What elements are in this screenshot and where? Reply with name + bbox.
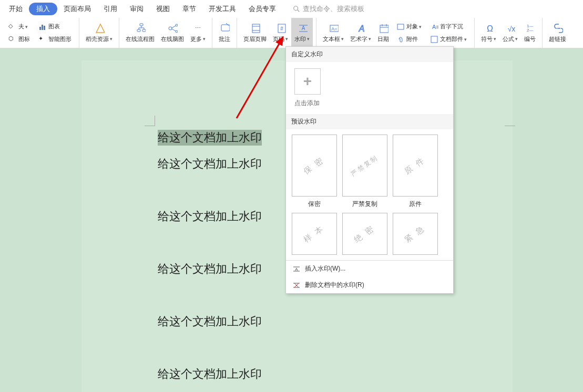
ribbon-docer[interactable]: 稻壳资源▾: [83, 18, 116, 48]
svg-point-12: [169, 27, 172, 30]
ribbon-textbox[interactable]: A=文本框▾: [320, 18, 347, 48]
svg-rect-5: [140, 24, 143, 26]
tab-vip[interactable]: 会员专享: [242, 2, 282, 16]
ribbon-icon-gallery[interactable]: ⬡图标: [6, 34, 32, 45]
svg-rect-4: [44, 26, 45, 30]
ribbon-wordart[interactable]: A艺术字▾: [347, 18, 374, 48]
delete-watermark-menuitem[interactable]: 删除文档中的水印(R): [286, 277, 453, 293]
symbol-icon: Ω: [484, 23, 494, 34]
ribbon-hyperlink[interactable]: 超链接: [546, 18, 569, 48]
tab-start[interactable]: 开始: [3, 2, 29, 16]
margin-mark-top-right: [505, 116, 515, 126]
search-placeholder: 查找命令、搜索模板: [303, 4, 364, 14]
tab-insert[interactable]: 插入: [29, 3, 57, 15]
object-icon: [396, 23, 405, 31]
watermark-small-icon: A: [292, 265, 301, 273]
ribbon-online-mindmap[interactable]: 在线脑图: [158, 18, 187, 48]
preset-watermark-yuanjian[interactable]: 原 件 原件: [392, 135, 438, 209]
preset-watermark-yangben[interactable]: 样 本: [291, 213, 337, 255]
svg-rect-6: [137, 29, 140, 32]
svg-rect-36: [431, 36, 437, 43]
doc-line-2[interactable]: 给这个文档加上水印: [158, 156, 262, 172]
preset-watermark-yanjinfuzhi[interactable]: 严禁复制 严禁复制: [342, 135, 388, 209]
svg-rect-7: [142, 29, 146, 32]
svg-rect-34: [397, 24, 404, 29]
svg-text:A: A: [359, 24, 365, 33]
tab-section[interactable]: 章节: [176, 2, 202, 16]
svg-text:√x: √x: [507, 25, 515, 33]
doc-line-4[interactable]: 给这个文档加上水印: [158, 261, 262, 277]
ribbon-chart[interactable]: 图表: [36, 22, 74, 32]
docer-icon: [94, 23, 105, 34]
comment-icon: [219, 23, 230, 34]
date-icon: [378, 23, 388, 34]
plus-icon: +: [303, 73, 312, 90]
parts-icon: [430, 35, 438, 44]
tab-page-layout[interactable]: 页面布局: [57, 2, 97, 16]
search-box[interactable]: 查找命令、搜索模板: [293, 4, 364, 14]
svg-line-16: [172, 29, 176, 31]
page-number-icon: #: [275, 23, 286, 34]
svg-point-13: [176, 24, 178, 26]
textbox-icon: A=: [328, 23, 339, 34]
ribbon-smartart[interactable]: ✦智能图形: [36, 34, 74, 45]
doc-line-6[interactable]: 给这个文档加上水印: [158, 366, 262, 382]
search-icon: [293, 5, 300, 13]
svg-point-14: [176, 30, 178, 33]
ribbon-symbol[interactable]: Ω符号▾: [478, 18, 499, 48]
numbering-icon: 1—2—: [525, 23, 535, 34]
ribbon-header-footer[interactable]: 页眉页脚: [240, 18, 270, 48]
flowchart-icon: [135, 23, 146, 34]
ribbon-comment[interactable]: 批注: [216, 18, 233, 48]
ribbon-quickparts[interactable]: 文档部件▾: [428, 34, 469, 45]
ribbon-watermark[interactable]: A水印▾: [291, 18, 313, 48]
doc-line-5[interactable]: 给这个文档加上水印: [158, 314, 262, 329]
wordart-icon: A: [355, 23, 366, 34]
ribbon-equation[interactable]: √x公式▾: [499, 18, 521, 48]
doc-line-3[interactable]: 给这个文档加上水印: [158, 209, 262, 224]
svg-text:A=: A=: [331, 26, 337, 32]
svg-text:Ω: Ω: [487, 24, 493, 33]
header-footer-icon: [250, 23, 260, 34]
add-watermark-label: 点击添加: [294, 99, 447, 108]
delete-watermark-icon: [292, 281, 301, 290]
paperclip-icon: [396, 35, 405, 44]
ribbon-object[interactable]: 对象▾: [394, 22, 424, 32]
ribbon-dropcap[interactable]: A≡首字下沉: [428, 22, 469, 32]
svg-point-0: [294, 6, 298, 11]
insert-watermark-menuitem[interactable]: A 插入水印(W)...: [286, 261, 453, 277]
svg-line-1: [298, 10, 300, 12]
tab-devtools[interactable]: 开发工具: [202, 2, 242, 16]
preset-watermark-baomi[interactable]: 保 密 保密: [291, 135, 337, 209]
doc-line-1[interactable]: 给这个文档加上水印: [158, 130, 262, 146]
tab-view[interactable]: 视图: [150, 2, 176, 16]
svg-text:A≡: A≡: [432, 24, 438, 30]
more-icon: ⋯: [193, 23, 203, 34]
tab-review[interactable]: 审阅: [124, 2, 150, 16]
svg-rect-30: [380, 25, 388, 33]
ribbon: ◇夫▾ ⬡图标 图表 ✦智能图形 稻壳资源▾ 在线流程图 在线脑图 ⋯更多▾ 批…: [0, 18, 583, 48]
chart-icon: [38, 23, 47, 31]
preset-watermark-juemi[interactable]: 绝 密: [342, 213, 388, 255]
svg-text:2—: 2—: [527, 28, 533, 33]
svg-rect-3: [42, 25, 43, 30]
watermark-icon: A: [297, 23, 308, 34]
tab-reference[interactable]: 引用: [97, 2, 124, 16]
ribbon-page-number[interactable]: #页码▾: [270, 18, 291, 48]
ribbon-shape-partial[interactable]: ◇夫▾: [6, 22, 32, 32]
preset-watermark-jinji[interactable]: 紧 急: [392, 213, 438, 255]
ribbon-attachment[interactable]: 附件: [394, 34, 424, 45]
svg-rect-19: [252, 24, 260, 33]
svg-text:#: #: [280, 26, 283, 32]
ribbon-numbering[interactable]: 1—2—编号: [521, 18, 539, 48]
add-custom-watermark-button[interactable]: +: [294, 68, 321, 95]
custom-watermark-header: 自定义水印: [286, 47, 453, 62]
svg-text:A: A: [295, 267, 298, 272]
ribbon-date[interactable]: 日期: [374, 18, 392, 48]
ribbon-more[interactable]: ⋯更多▾: [187, 18, 209, 48]
svg-rect-2: [39, 27, 41, 30]
ribbon-online-flowchart[interactable]: 在线流程图: [122, 18, 158, 48]
watermark-dropdown: 自定义水印 + 点击添加 预设水印 保 密 保密 严禁复制 严禁复制 原 件 原…: [285, 46, 454, 294]
svg-text:A: A: [301, 25, 305, 31]
tab-bar: 开始 插入 页面布局 引用 审阅 视图 章节 开发工具 会员专享 查找命令、搜索…: [0, 0, 583, 18]
